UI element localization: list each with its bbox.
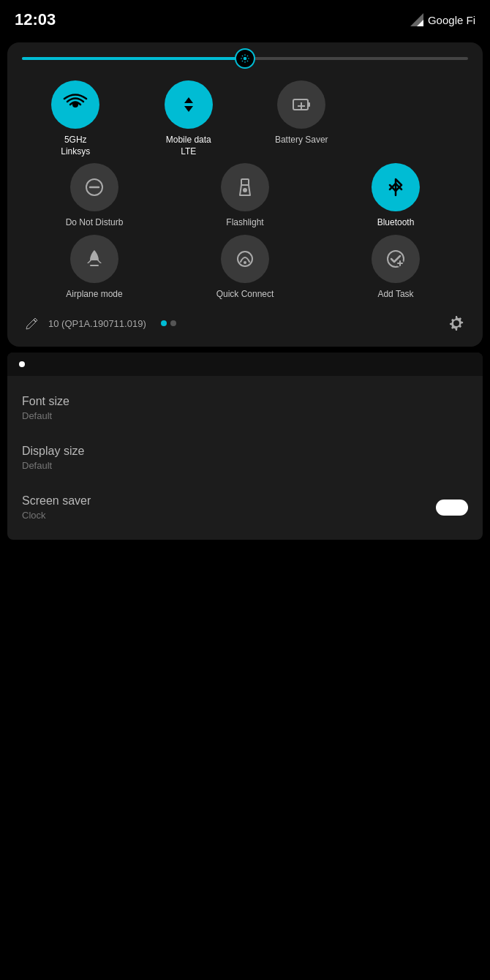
dnd-icon bbox=[83, 176, 106, 199]
mobile-data-label: Mobile dataLTE bbox=[166, 135, 211, 157]
dnd-icon-bg bbox=[70, 163, 118, 211]
edit-icon[interactable] bbox=[25, 316, 39, 331]
svg-rect-13 bbox=[308, 102, 310, 107]
bottom-bar: 10 (QP1A.190711.019) bbox=[22, 306, 468, 335]
airplane-label: Airplane mode bbox=[66, 289, 122, 301]
svg-line-8 bbox=[247, 61, 248, 61]
wifi-icon bbox=[63, 92, 88, 117]
svg-rect-18 bbox=[241, 179, 249, 185]
dnd-label: Do Not Disturb bbox=[66, 217, 124, 229]
svg-line-27 bbox=[34, 320, 36, 322]
page-dots bbox=[161, 320, 176, 326]
tile-battery-saver[interactable]: Battery Saver bbox=[248, 80, 355, 157]
tile-flashlight[interactable]: Flashlight bbox=[173, 163, 317, 229]
quick-connect-icon-bg bbox=[221, 235, 269, 283]
wifi-icon-bg bbox=[51, 80, 99, 129]
airplane-icon-bg bbox=[70, 235, 118, 283]
tiles-row-2: Do Not Disturb Flashlight bbox=[22, 163, 468, 229]
status-bar: 12:03 Google Fi bbox=[0, 0, 490, 37]
svg-line-9 bbox=[247, 56, 248, 56]
bottom-left: 10 (QP1A.190711.019) bbox=[25, 316, 176, 331]
tile-quick-connect[interactable]: Quick Connect bbox=[173, 235, 317, 301]
settings-item-font[interactable]: Font size Default bbox=[7, 383, 483, 433]
screensaver-text: Screen saver Clock bbox=[22, 494, 91, 521]
mobile-data-icon bbox=[177, 93, 200, 116]
flashlight-icon bbox=[233, 176, 257, 199]
tile-wifi[interactable]: 5GHzLinksys bbox=[22, 80, 129, 157]
brightness-thumb bbox=[235, 48, 255, 69]
tile-airplane[interactable]: Airplane mode bbox=[22, 235, 167, 301]
page-dot-2 bbox=[170, 320, 176, 326]
add-task-icon bbox=[384, 247, 407, 271]
flashlight-icon-bg bbox=[221, 163, 269, 211]
svg-point-2 bbox=[244, 57, 247, 61]
airplane-icon bbox=[83, 247, 106, 271]
settings-dot-bar bbox=[7, 353, 483, 376]
settings-dot bbox=[19, 361, 25, 367]
settings-panel: Font size Default Display size Default S… bbox=[7, 353, 483, 540]
brightness-row[interactable] bbox=[22, 57, 468, 60]
battery-saver-label: Battery Saver bbox=[275, 135, 328, 146]
screensaver-sub: Clock bbox=[22, 510, 91, 521]
svg-rect-20 bbox=[90, 265, 99, 266]
quick-connect-label: Quick Connect bbox=[216, 289, 274, 301]
status-right: Google Fi bbox=[410, 13, 475, 26]
svg-line-10 bbox=[242, 61, 243, 61]
signal-icon bbox=[410, 13, 423, 26]
flashlight-label: Flashlight bbox=[226, 217, 263, 229]
brightness-fill bbox=[22, 57, 245, 60]
page-dot-1 bbox=[161, 320, 167, 326]
font-size-sub: Default bbox=[22, 410, 468, 421]
carrier-label: Google Fi bbox=[428, 14, 475, 26]
screensaver-toggle[interactable] bbox=[436, 500, 468, 516]
bluetooth-icon-bg bbox=[372, 163, 420, 211]
settings-item-screensaver[interactable]: Screen saver Clock bbox=[7, 483, 483, 532]
battery-saver-icon bbox=[290, 93, 313, 116]
battery-saver-icon-bg bbox=[277, 80, 325, 129]
tile-empty-1 bbox=[361, 80, 469, 157]
settings-list: Font size Default Display size Default S… bbox=[7, 376, 483, 540]
svg-point-19 bbox=[243, 188, 247, 192]
brightness-slider[interactable] bbox=[22, 57, 468, 60]
build-info: 10 (QP1A.190711.019) bbox=[48, 318, 146, 329]
tile-dnd[interactable]: Do Not Disturb bbox=[22, 163, 167, 229]
mobile-data-icon-bg bbox=[165, 80, 213, 129]
tiles-row-1: 5GHzLinksys Mobile dataLTE bbox=[22, 80, 468, 157]
tile-add-task[interactable]: Add Task bbox=[323, 235, 468, 301]
add-task-label: Add Task bbox=[377, 289, 413, 301]
quick-connect-icon bbox=[233, 247, 257, 271]
screensaver-title: Screen saver bbox=[22, 494, 91, 508]
display-size-title: Display size bbox=[22, 445, 468, 458]
bluetooth-icon bbox=[384, 176, 407, 199]
tile-mobile-data[interactable]: Mobile dataLTE bbox=[135, 80, 243, 157]
settings-gear-icon[interactable] bbox=[448, 314, 465, 332]
settings-item-display[interactable]: Display size Default bbox=[7, 433, 483, 483]
bluetooth-label: Bluetooth bbox=[377, 217, 415, 229]
font-size-title: Font size bbox=[22, 395, 468, 408]
tiles-row-3: Airplane mode Quick Connect bbox=[22, 235, 468, 301]
quick-settings-panel: 5GHzLinksys Mobile dataLTE bbox=[7, 42, 483, 347]
svg-line-7 bbox=[242, 56, 243, 56]
tile-bluetooth[interactable]: Bluetooth bbox=[323, 163, 468, 229]
status-time: 12:03 bbox=[15, 10, 56, 29]
svg-point-22 bbox=[244, 261, 246, 264]
display-size-sub: Default bbox=[22, 460, 468, 471]
sun-icon bbox=[240, 53, 250, 64]
wifi-label: 5GHzLinksys bbox=[61, 135, 90, 157]
add-task-icon-bg bbox=[372, 235, 420, 283]
